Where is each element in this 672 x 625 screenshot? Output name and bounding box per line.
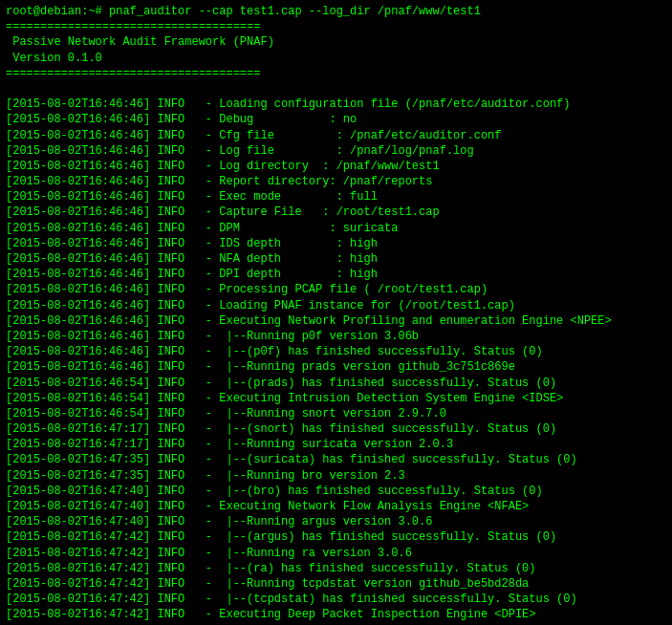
log-line: [2015-08-02T16:47:42] INFO - |--Running …	[6, 576, 666, 592]
log-line: [2015-08-02T16:47:42] INFO - |--Running …	[6, 546, 666, 561]
app-name: Passive Network Audit Framework (PNAF)	[6, 34, 666, 50]
log-line: [2015-08-02T16:46:46] INFO - Exec mode :…	[6, 189, 666, 205]
log-line: [2015-08-02T16:46:46] INFO - Debug : no	[6, 112, 666, 127]
log-line: [2015-08-02T16:46:54] INFO - |--Running …	[6, 406, 666, 421]
log-line: [2015-08-02T16:46:46] INFO - Log directo…	[6, 159, 666, 174]
log-line: [2015-08-02T16:46:46] INFO - Capture Fil…	[6, 205, 666, 220]
log-line: [2015-08-02T16:47:42] INFO - |--(tcpdsta…	[6, 592, 666, 607]
log-line: [2015-08-02T16:47:42] INFO - Executing D…	[6, 607, 666, 622]
separator-bottom: =====================================	[6, 66, 666, 81]
app-version: Version 0.1.0	[6, 51, 666, 66]
separator-top: =====================================	[6, 19, 666, 34]
log-line: [2015-08-02T16:46:46] INFO - DPI depth :…	[6, 267, 666, 282]
log-line: [2015-08-02T16:47:40] INFO - Executing N…	[6, 499, 666, 514]
log-line: [2015-08-02T16:47:35] INFO - |--Running …	[6, 468, 666, 484]
log-line: [2015-08-02T16:47:35] INFO - |--(suricat…	[6, 452, 666, 467]
log-line: [2015-08-02T16:46:46] INFO - NFA depth :…	[6, 251, 666, 267]
log-line: [2015-08-02T16:46:46] INFO - IDS depth :…	[6, 236, 666, 251]
log-line: [2015-08-02T16:47:17] INFO - |--Running …	[6, 437, 666, 452]
log-line: [2015-08-02T16:46:46] INFO - Executing N…	[6, 313, 666, 329]
log-line: [2015-08-02T16:47:17] INFO - |--(snort) …	[6, 421, 666, 437]
log-line: [2015-08-02T16:46:46] INFO - Cfg file : …	[6, 128, 666, 143]
log-line: [2015-08-02T16:47:40] INFO - |--(bro) ha…	[6, 484, 666, 499]
log-line: [2015-08-02T16:46:46] INFO - |--Running …	[6, 359, 666, 375]
terminal-window: root@debian:~# pnaf_auditor --cap test1.…	[0, 0, 672, 625]
command-prompt: root@debian:~# pnaf_auditor --cap test1.…	[6, 4, 666, 19]
log-line: [2015-08-02T16:46:46] INFO - Log file : …	[6, 143, 666, 159]
log-line: [2015-08-02T16:46:46] INFO - |--Running …	[6, 329, 666, 344]
log-line: [2015-08-02T16:46:54] INFO - Executing I…	[6, 391, 666, 406]
blank-line	[6, 81, 666, 97]
log-line: [2015-08-02T16:46:46] INFO - Loading PNA…	[6, 298, 666, 313]
log-output: [2015-08-02T16:46:46] INFO - Loading con…	[6, 97, 666, 625]
log-line: [2015-08-02T16:46:54] INFO - |--(prads) …	[6, 376, 666, 391]
log-line: [2015-08-02T16:46:46] INFO - |--(p0f) ha…	[6, 344, 666, 359]
log-line: [2015-08-02T16:46:46] INFO - Processing …	[6, 282, 666, 297]
log-line: [2015-08-02T16:47:42] INFO - |--(argus) …	[6, 529, 666, 545]
log-line: [2015-08-02T16:46:46] INFO - Report dire…	[6, 174, 666, 189]
log-line: [2015-08-02T16:46:46] INFO - Loading con…	[6, 97, 666, 112]
log-line: [2015-08-02T16:47:40] INFO - |--Running …	[6, 514, 666, 529]
log-line: [2015-08-02T16:46:46] INFO - DPM : suric…	[6, 221, 666, 236]
log-line: [2015-08-02T16:47:42] INFO - |--(ra) has…	[6, 561, 666, 576]
